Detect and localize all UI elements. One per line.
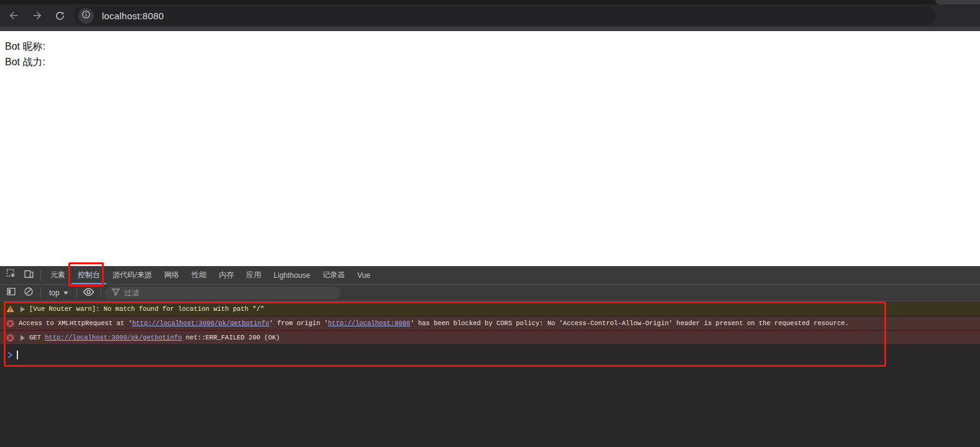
tab-lighthouse[interactable]: Lighthouse — [267, 266, 316, 284]
expand-icon[interactable] — [20, 306, 25, 312]
clear-console-icon — [24, 287, 34, 299]
prompt-chevron-icon — [7, 352, 13, 358]
sidebar-toggle-icon — [6, 287, 16, 299]
text-cursor — [17, 351, 18, 359]
back-button[interactable] — [6, 7, 22, 24]
console-error-row-cors: Access to XMLHttpRequest at 'http://loca… — [0, 316, 980, 331]
console-filter-input[interactable]: 过滤 — [104, 287, 341, 299]
tab-console[interactable]: 控制台 — [71, 266, 106, 284]
site-info-icon — [81, 10, 91, 22]
bot-power-label: Bot 战力: — [5, 54, 975, 70]
device-toolbar-icon — [24, 269, 34, 282]
page-content: Bot 昵称: Bot 战力: — [0, 31, 980, 266]
console-warning-row: [Vue Router warn]: No match found for lo… — [0, 302, 980, 316]
context-selector[interactable]: top — [44, 286, 73, 300]
console-toolbar: top 过滤 — [0, 284, 980, 302]
forward-button[interactable] — [29, 7, 45, 24]
reload-button[interactable] — [52, 7, 68, 24]
tab-vue[interactable]: Vue — [351, 266, 377, 284]
filter-placeholder: 过滤 — [124, 288, 139, 298]
origin-url-link[interactable]: http://localhost:8080 — [328, 320, 410, 327]
live-expression-button[interactable] — [80, 285, 98, 300]
reload-icon — [55, 11, 65, 21]
inspect-icon — [6, 269, 17, 282]
filter-icon — [112, 287, 120, 298]
site-info-button[interactable] — [78, 8, 94, 24]
clear-console-button[interactable] — [20, 285, 37, 300]
chevron-down-icon — [63, 292, 68, 295]
context-selector-label: top — [49, 288, 60, 297]
message-segment: net::ERR_FAILED 200 (OK) — [182, 334, 280, 341]
tab-performance[interactable]: 性能 — [185, 266, 213, 284]
tab-memory[interactable]: 内存 — [213, 266, 240, 284]
divider — [101, 288, 101, 298]
console-output: [Vue Router warn]: No match found for lo… — [0, 302, 980, 447]
forward-icon — [32, 10, 43, 21]
warning-message-text: [Vue Router warn]: No match found for lo… — [29, 305, 264, 313]
error-message-text: Access to XMLHttpRequest at 'http://loca… — [19, 320, 849, 327]
live-expression-eye-icon — [83, 287, 94, 299]
bot-nickname-label: Bot 昵称: — [5, 39, 975, 54]
tab-application[interactable]: 应用 — [240, 266, 267, 284]
tab-network[interactable]: 网络 — [158, 266, 185, 284]
back-icon — [8, 10, 19, 21]
url-text[interactable]: localhost:8080 — [102, 11, 164, 21]
inspect-element-button[interactable] — [2, 268, 20, 283]
console-error-row-get: GET http://localhost:3000/pk/getbotinfo … — [0, 331, 980, 345]
tab-sources[interactable]: 源代码/来源 — [106, 266, 158, 284]
divider — [76, 288, 77, 298]
browser-toolbar: localhost:8080 — [0, 4, 980, 27]
tab-recorder[interactable]: 记录器 — [316, 266, 351, 284]
device-toolbar-button[interactable] — [20, 268, 37, 283]
message-segment: ' from origin ' — [269, 320, 328, 327]
devtools-tab-bar: 元素 控制台 源代码/来源 网络 性能 内存 应用 Lighthouse 记录器… — [0, 266, 980, 284]
divider — [40, 270, 41, 280]
error-icon — [6, 320, 14, 328]
console-prompt[interactable] — [0, 347, 980, 362]
expand-icon[interactable] — [20, 335, 25, 341]
browser-window: localhost:8080 Bot 昵称: Bot 战力: 元素 控制台 源代… — [0, 0, 980, 447]
divider — [40, 288, 41, 298]
address-bar[interactable]: localhost:8080 — [73, 6, 935, 25]
warning-icon — [6, 305, 14, 313]
request-url-link[interactable]: http://localhost:3000/pk/getbotinfo — [132, 320, 270, 327]
devtools-panel: 元素 控制台 源代码/来源 网络 性能 内存 应用 Lighthouse 记录器… — [0, 266, 980, 447]
tab-elements[interactable]: 元素 — [44, 266, 71, 284]
tab-strip — [0, 0, 980, 4]
message-segment: Access to XMLHttpRequest at ' — [19, 320, 132, 327]
request-url-link[interactable]: http://localhost:3000/pk/getbotinfo — [45, 334, 182, 341]
message-segment: ' has been blocked by CORS policy: No 'A… — [410, 320, 849, 327]
tab-strip-right-block — [935, 0, 980, 4]
bookmarks-strip — [0, 27, 980, 31]
error-message-text: GET http://localhost:3000/pk/getbotinfo … — [29, 334, 280, 341]
console-sidebar-toggle-button[interactable] — [2, 285, 20, 300]
error-icon — [6, 334, 14, 342]
message-segment: GET — [29, 334, 45, 341]
